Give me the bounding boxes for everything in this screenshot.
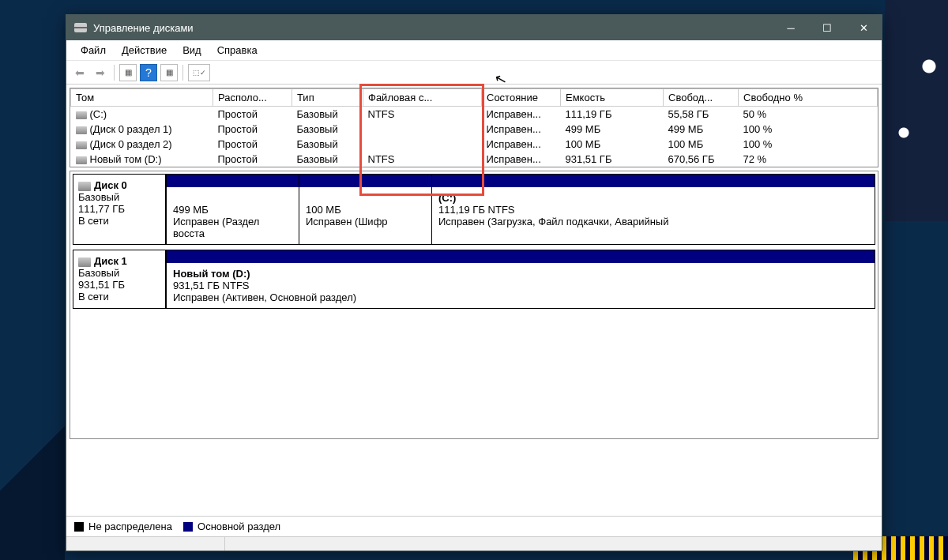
partition-body: 100 МБИсправен (Шифр <box>299 187 431 244</box>
minimize-button[interactable]: ─ <box>773 15 809 40</box>
volume-icon <box>76 156 87 164</box>
volume-cell: 100 МБ <box>561 137 664 152</box>
partition[interactable]: 499 МБИсправен (Раздел восста <box>167 175 299 244</box>
properties-button[interactable]: ▦ <box>119 64 137 81</box>
help-button[interactable]: ? <box>140 64 157 81</box>
partition[interactable]: Новый том (D:)931,51 ГБ NTFSИсправен (Ак… <box>167 250 875 308</box>
volume-cell: Базовый <box>292 152 363 167</box>
disk-management-window: Управление дисками ─ ☐ ✕ Файл Действие В… <box>66 14 882 551</box>
partition-stripe <box>167 175 299 187</box>
column-header[interactable]: Емкость <box>561 89 664 107</box>
volume-cell: 931,51 ГБ <box>561 152 664 167</box>
disk-icon <box>78 182 91 191</box>
volume-row[interactable]: (Диск 0 раздел 1)ПростойБазовыйИсправен.… <box>71 122 878 137</box>
disk-info[interactable]: Диск 0Базовый111,77 ГБВ сети <box>73 174 166 245</box>
legend-primary-icon <box>183 522 193 532</box>
volume-cell <box>363 137 482 152</box>
volume-cell: 72 % <box>739 152 878 167</box>
legend: Не распределена Основной раздел <box>66 516 882 536</box>
partition-stripe <box>299 175 431 187</box>
volume-cell <box>363 122 482 137</box>
partition-stripe <box>167 250 875 263</box>
toolbar: ⬅ ➡ ▦ ? ▦ ⬚✓ <box>66 61 882 85</box>
volume-cell: Простой <box>213 137 292 152</box>
close-button[interactable]: ✕ <box>845 15 882 40</box>
volume-cell: Простой <box>213 122 292 137</box>
partition-body: 499 МБИсправен (Раздел восста <box>167 187 299 244</box>
menu-view[interactable]: Вид <box>175 42 209 58</box>
volume-cell: Базовый <box>292 107 363 122</box>
volume-cell: Простой <box>213 152 292 167</box>
volume-cell: (C:) <box>71 107 213 122</box>
volume-row[interactable]: Новый том (D:)ПростойБазовыйNTFSИсправен… <box>71 152 878 167</box>
forward-button[interactable]: ➡ <box>92 64 109 81</box>
column-header[interactable]: Тип <box>292 89 363 107</box>
column-header[interactable]: Свобод... <box>664 89 739 107</box>
column-header[interactable]: Том <box>71 89 213 107</box>
volume-cell: (Диск 0 раздел 2) <box>71 137 213 152</box>
legend-unallocated-label: Не распределена <box>88 521 172 532</box>
volume-cell: 55,58 ГБ <box>664 107 739 122</box>
titlebar[interactable]: Управление дисками ─ ☐ ✕ <box>66 15 882 40</box>
volume-cell: 670,56 ГБ <box>664 152 739 167</box>
volume-cell: 499 МБ <box>561 122 664 137</box>
volume-cell: Исправен... <box>482 137 561 152</box>
volume-icon <box>76 141 87 149</box>
volume-cell: Исправен... <box>482 152 561 167</box>
column-header[interactable]: Свободно % <box>739 89 878 107</box>
menubar: Файл Действие Вид Справка <box>66 40 882 61</box>
menu-file[interactable]: Файл <box>73 42 114 58</box>
statusbar <box>66 536 882 551</box>
partition-container: 499 МБИсправен (Раздел восста100 МБИспра… <box>166 174 875 245</box>
volume-cell: Базовый <box>292 122 363 137</box>
menu-action[interactable]: Действие <box>114 42 175 58</box>
disk-info[interactable]: Диск 1Базовый931,51 ГБВ сети <box>73 250 166 309</box>
legend-unallocated-icon <box>74 522 84 532</box>
disk-graphical-view: Диск 0Базовый111,77 ГБВ сети499 МБИсправ… <box>70 171 878 439</box>
volume-icon <box>76 111 87 119</box>
partition[interactable]: 100 МБИсправен (Шифр <box>299 175 432 244</box>
settings-button[interactable]: ⬚✓ <box>188 64 210 81</box>
maximize-button[interactable]: ☐ <box>809 15 845 40</box>
volume-cell: 50 % <box>739 107 878 122</box>
volume-row[interactable]: (C:)ПростойБазовыйNTFSИсправен...111,19 … <box>71 107 878 122</box>
volume-cell: Исправен... <box>482 122 561 137</box>
column-header[interactable]: Состояние <box>482 89 561 107</box>
app-icon <box>74 23 87 32</box>
partition-container: Новый том (D:)931,51 ГБ NTFSИсправен (Ак… <box>166 250 875 309</box>
volume-icon <box>76 126 87 134</box>
volume-cell: Новый том (D:) <box>71 152 213 167</box>
disk-row: Диск 0Базовый111,77 ГБВ сети499 МБИсправ… <box>73 174 875 245</box>
volume-cell: (Диск 0 раздел 1) <box>71 122 213 137</box>
volume-cell: 499 МБ <box>664 122 739 137</box>
legend-primary-label: Основной раздел <box>198 521 280 532</box>
menu-help[interactable]: Справка <box>209 42 265 58</box>
volume-cell: 100 % <box>739 122 878 137</box>
column-header[interactable]: Располо... <box>213 89 292 107</box>
volume-cell: 100 % <box>739 137 878 152</box>
disk-icon <box>78 257 91 267</box>
volume-list: ТомРасполо...ТипФайловая с...СостояниеЕм… <box>70 88 878 167</box>
volume-row[interactable]: (Диск 0 раздел 2)ПростойБазовыйИсправен.… <box>71 137 878 152</box>
partition-body: Новый том (D:)931,51 ГБ NTFSИсправен (Ак… <box>167 263 875 308</box>
partition-body: (C:)111,19 ГБ NTFSИсправен (Загрузка, Фа… <box>432 187 875 244</box>
volume-cell: Базовый <box>292 137 363 152</box>
back-button[interactable]: ⬅ <box>71 64 88 81</box>
window-title: Управление дисками <box>93 22 194 34</box>
volume-cell: Исправен... <box>482 107 561 122</box>
volume-cell: 100 МБ <box>664 137 739 152</box>
volume-cell: 111,19 ГБ <box>561 107 664 122</box>
partition-stripe <box>432 175 875 187</box>
refresh-button[interactable]: ▦ <box>160 64 178 81</box>
column-header[interactable]: Файловая с... <box>363 89 482 107</box>
volume-cell: Простой <box>213 107 292 122</box>
partition[interactable]: (C:)111,19 ГБ NTFSИсправен (Загрузка, Фа… <box>432 175 875 244</box>
volume-cell: NTFS <box>363 107 482 122</box>
volume-cell: NTFS <box>363 152 482 167</box>
disk-row: Диск 1Базовый931,51 ГБВ сетиНовый том (D… <box>73 250 875 309</box>
